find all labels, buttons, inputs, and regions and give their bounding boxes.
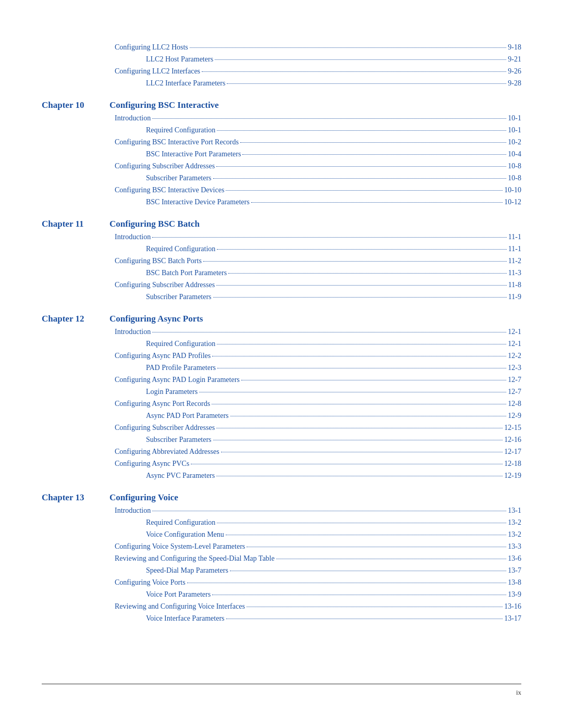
toc-entry: Configuring Async Port Records 12-8 bbox=[42, 398, 521, 409]
entry-label: Introduction bbox=[115, 231, 151, 242]
entry-dots bbox=[217, 368, 506, 368]
top-entries: Configuring LLC2 Hosts 9-18 LLC2 Host Pa… bbox=[42, 42, 521, 89]
entry-dots bbox=[216, 166, 506, 167]
entry-label: Voice Interface Parameters bbox=[146, 613, 225, 624]
entry-label: Introduction bbox=[115, 113, 151, 124]
entry-dots bbox=[217, 523, 506, 523]
toc-entry: Voice Interface Parameters 13-17 bbox=[42, 613, 521, 624]
entry-dots bbox=[251, 202, 503, 203]
chapter-header: Chapter 13 Configuring Voice bbox=[42, 492, 521, 503]
page: Configuring LLC2 Hosts 9-18 LLC2 Host Pa… bbox=[0, 0, 563, 728]
entry-page: 12-2 bbox=[508, 350, 521, 361]
entry-page: 10-10 bbox=[504, 184, 521, 195]
footer: ix bbox=[42, 684, 521, 697]
toc-entry: Configuring Async PVCs 12-18 bbox=[42, 458, 521, 469]
toc-entry: Required Configuration 13-2 bbox=[42, 517, 521, 528]
entry-label: Configuring BSC Interactive Port Records bbox=[115, 137, 239, 147]
chapter-section: Chapter 11 Configuring BSC Batch Introdu… bbox=[42, 219, 521, 302]
entry-label: BSC Batch Port Parameters bbox=[146, 267, 227, 278]
chapter-header: Chapter 10 Configuring BSC Interactive bbox=[42, 100, 521, 110]
entry-page: 12-9 bbox=[508, 410, 521, 421]
toc-entry: Reviewing and Configuring the Speed-Dial… bbox=[42, 553, 521, 564]
toc-entry: LLC2 Host Parameters 9-21 bbox=[42, 54, 521, 65]
entry-page: 12-8 bbox=[508, 398, 521, 409]
toc-entry: Configuring BSC Batch Ports 11-2 bbox=[42, 255, 521, 266]
toc-entry: Reviewing and Configuring Voice Interfac… bbox=[42, 601, 521, 612]
entry-dots bbox=[203, 261, 507, 262]
entry-page: 12-15 bbox=[504, 422, 521, 433]
entry-dots bbox=[191, 464, 503, 464]
entry-label: Configuring Subscriber Addresses bbox=[115, 161, 215, 171]
toc-entry: Configuring LLC2 Hosts 9-18 bbox=[42, 42, 521, 53]
toc-entry: LLC2 Interface Parameters 9-28 bbox=[42, 78, 521, 89]
entry-dots bbox=[212, 404, 506, 404]
toc-container: Configuring LLC2 Hosts 9-18 LLC2 Host Pa… bbox=[42, 31, 521, 624]
entry-page: 12-16 bbox=[504, 434, 521, 445]
entry-label: Configuring Subscriber Addresses bbox=[115, 422, 215, 433]
entry-label: Configuring BSC Interactive Devices bbox=[115, 184, 224, 195]
entry-page: 13-6 bbox=[508, 553, 521, 564]
toc-entry: Configuring Subscriber Addresses 11-8 bbox=[42, 279, 521, 290]
entry-label: Configuring BSC Batch Ports bbox=[115, 255, 202, 266]
toc-entry: Configuring Subscriber Addresses 12-15 bbox=[42, 422, 521, 433]
entry-label: Configuring Voice Ports bbox=[115, 577, 186, 588]
entry-page: 12-1 bbox=[508, 326, 521, 337]
entry-label: LLC2 Interface Parameters bbox=[146, 78, 225, 89]
entry-label: Reviewing and Configuring the Speed-Dial… bbox=[115, 553, 275, 564]
toc-entry: Configuring Subscriber Addresses 10-8 bbox=[42, 161, 521, 171]
chapters-container: Chapter 10 Configuring BSC Interactive I… bbox=[42, 100, 521, 624]
entry-label: Async PAD Port Parameters bbox=[146, 410, 229, 421]
entry-label: Configuring Abbreviated Addresses bbox=[115, 446, 219, 457]
entry-page: 12-7 bbox=[508, 374, 521, 385]
toc-entry: Introduction 13-1 bbox=[42, 505, 521, 516]
entry-label: Login Parameters bbox=[146, 386, 198, 397]
toc-entry: Required Configuration 10-1 bbox=[42, 125, 521, 135]
entry-dots bbox=[230, 571, 506, 571]
entry-dots bbox=[226, 190, 503, 191]
entry-label: Required Configuration bbox=[146, 517, 215, 528]
entry-page: 13-7 bbox=[508, 565, 521, 576]
entry-dots bbox=[217, 130, 506, 131]
entry-label: Configuring Voice System-Level Parameter… bbox=[115, 541, 245, 552]
entry-dots bbox=[230, 416, 507, 416]
toc-entry: Introduction 11-1 bbox=[42, 231, 521, 242]
entry-dots bbox=[227, 83, 506, 84]
entry-label: Configuring LLC2 Interfaces bbox=[115, 66, 200, 77]
entry-page: 11-3 bbox=[508, 267, 521, 278]
entry-label: Required Configuration bbox=[146, 243, 215, 254]
entry-dots bbox=[187, 583, 507, 583]
toc-entry: Subscriber Parameters 11-9 bbox=[42, 291, 521, 302]
entry-page: 10-1 bbox=[508, 125, 521, 135]
entry-dots bbox=[247, 607, 503, 607]
entry-label: LLC2 Host Parameters bbox=[146, 54, 213, 65]
chapter-title: Configuring BSC Interactive bbox=[109, 100, 219, 110]
entry-dots bbox=[241, 380, 507, 380]
entry-label: Configuring Async PAD Login Parameters bbox=[115, 374, 240, 385]
entry-label: Voice Configuration Menu bbox=[146, 529, 224, 540]
entry-label: Reviewing and Configuring Voice Interfac… bbox=[115, 601, 245, 612]
entry-page: 12-19 bbox=[504, 470, 521, 481]
entry-label: Subscriber Parameters bbox=[146, 434, 212, 445]
toc-entry: PAD Profile Parameters 12-3 bbox=[42, 362, 521, 373]
toc-entry: Required Configuration 11-1 bbox=[42, 243, 521, 254]
toc-entry: Async PAD Port Parameters 12-9 bbox=[42, 410, 521, 421]
chapter-label: Chapter 13 bbox=[42, 492, 109, 503]
entry-dots bbox=[213, 297, 507, 298]
entry-label: Configuring Async PAD Profiles bbox=[115, 350, 211, 361]
entry-page: 13-1 bbox=[508, 505, 521, 516]
entry-dots bbox=[215, 59, 506, 60]
entry-label: BSC Interactive Port Parameters bbox=[146, 149, 241, 159]
entry-dots bbox=[247, 547, 506, 547]
entry-page: 12-18 bbox=[504, 458, 521, 469]
entry-page: 10-2 bbox=[508, 137, 521, 147]
chapter-section: Chapter 12 Configuring Async Ports Intro… bbox=[42, 314, 521, 481]
chapter-label: Chapter 12 bbox=[42, 314, 109, 324]
entry-dots bbox=[152, 118, 506, 119]
entry-label: Configuring LLC2 Hosts bbox=[115, 42, 188, 53]
entry-page: 9-26 bbox=[508, 66, 521, 77]
entry-label: Required Configuration bbox=[146, 125, 215, 135]
chapter-section: Chapter 10 Configuring BSC Interactive I… bbox=[42, 100, 521, 207]
entry-page: 11-2 bbox=[508, 255, 521, 266]
chapter-title: Configuring Async Ports bbox=[109, 314, 203, 324]
entry-label: Required Configuration bbox=[146, 338, 215, 349]
